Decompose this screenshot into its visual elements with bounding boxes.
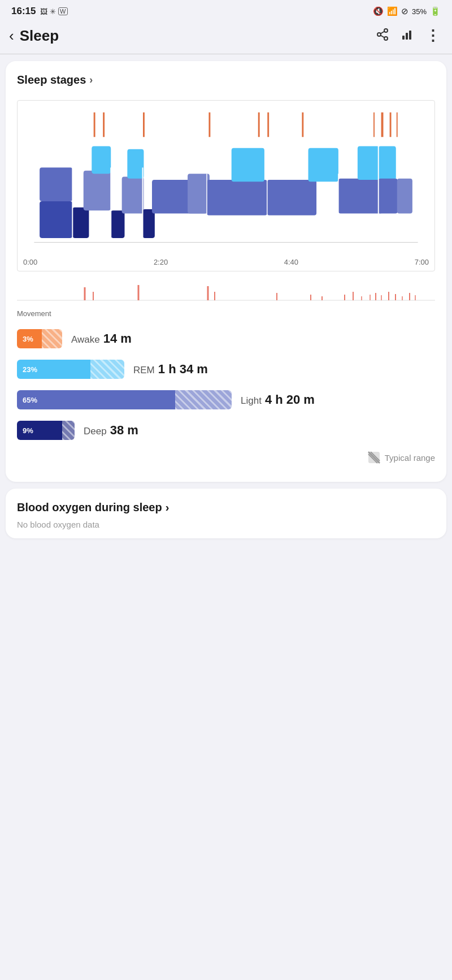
deep-bar: 9% [17, 421, 62, 440]
block-icon: ⊘ [401, 6, 408, 16]
svg-rect-19 [40, 201, 72, 238]
more-button[interactable]: ⋮ [425, 27, 441, 45]
typical-range-text: Typical range [385, 453, 435, 463]
svg-rect-7 [409, 31, 411, 40]
deep-name: Deep [84, 426, 107, 437]
status-right-icons: 🔇 📶 ⊘ 35% 🔋 [373, 6, 441, 16]
svg-rect-6 [406, 33, 408, 40]
light-bar: 65% [17, 390, 175, 409]
status-time: 16:15 [11, 6, 36, 17]
sleep-stages-card: Sleep stages › [6, 61, 446, 482]
page-title: Sleep [20, 27, 59, 45]
typical-range-icon [368, 451, 380, 464]
status-left-icons: 🖼 ✳ W [40, 7, 67, 16]
blood-oxygen-subtitle: No blood oxygen data [17, 520, 435, 529]
share-button[interactable] [376, 28, 389, 45]
light-name: Light [241, 395, 262, 407]
stage-row-light: 65% Light 4 h 20 m [17, 390, 435, 409]
svg-rect-25 [122, 177, 144, 214]
rem-bar-wrap: 23% [17, 360, 124, 379]
chart-time-labels: 0:00 2:20 4:40 7:00 [23, 256, 429, 271]
light-info: Light 4 h 20 m [241, 392, 315, 407]
movement-section: Movement [17, 280, 435, 318]
rem-bar: 23% [17, 360, 90, 379]
blood-oxygen-card: Blood oxygen during sleep › No blood oxy… [6, 489, 446, 538]
svg-rect-38 [397, 179, 412, 214]
blood-oxygen-title[interactable]: Blood oxygen during sleep › [17, 501, 435, 514]
light-bar-wrap: 65% [17, 390, 232, 409]
battery-icon: 🔋 [430, 6, 441, 16]
awake-percent: 3% [23, 335, 33, 343]
wifi-icon: 📶 [387, 6, 398, 16]
battery-text: 35% [412, 7, 427, 16]
svg-rect-26 [127, 149, 144, 179]
svg-rect-5 [402, 36, 405, 40]
rem-info: REM 1 h 34 m [133, 362, 208, 377]
sleep-stages-title[interactable]: Sleep stages › [17, 74, 435, 87]
rem-name: REM [133, 365, 155, 376]
deep-bar-wrap: 9% [17, 421, 75, 440]
chart-label-1: 2:20 [154, 258, 168, 266]
svg-rect-22 [84, 171, 111, 210]
movement-chart [17, 280, 435, 306]
svg-line-3 [381, 35, 385, 37]
chart-label-3: 7:00 [415, 258, 429, 266]
svg-rect-29 [188, 174, 210, 213]
deep-percent: 9% [23, 426, 33, 435]
header-divider [0, 54, 452, 54]
awake-duration: 14 m [103, 331, 132, 346]
svg-rect-31 [232, 148, 264, 182]
chart-button[interactable] [401, 28, 414, 45]
svg-rect-30 [207, 180, 267, 215]
awake-bar-wrap: 3% [17, 329, 62, 348]
sleep-chart-container: 0:00 2:20 4:40 7:00 [17, 100, 435, 271]
chart-label-0: 0:00 [23, 258, 37, 266]
header-right: ⋮ [376, 27, 441, 45]
svg-rect-35 [358, 146, 380, 180]
rem-percent: 23% [23, 365, 37, 374]
svg-rect-34 [338, 179, 383, 214]
svg-rect-24 [111, 210, 124, 238]
svg-rect-36 [379, 146, 396, 180]
svg-rect-27 [143, 209, 155, 238]
awake-info: Awake 14 m [71, 331, 132, 346]
stage-row-awake: 3% Awake 14 m [17, 329, 435, 348]
typical-range-row: Typical range [17, 451, 435, 464]
rem-duration: 1 h 34 m [158, 362, 208, 377]
header-left: ‹ Sleep [9, 27, 59, 45]
awake-bar: 3% [17, 329, 42, 348]
status-bar: 16:15 🖼 ✳ W 🔇 📶 ⊘ 35% 🔋 [0, 0, 452, 20]
deep-info: Deep 38 m [84, 423, 138, 438]
back-button[interactable]: ‹ [9, 27, 14, 45]
movement-label: Movement [17, 309, 435, 318]
svg-rect-37 [379, 179, 398, 214]
light-hatch [175, 390, 232, 409]
svg-rect-21 [72, 208, 89, 238]
svg-rect-33 [308, 148, 338, 182]
stage-row-deep: 9% Deep 38 m [17, 421, 435, 440]
light-duration: 4 h 20 m [265, 392, 315, 407]
sleep-stages-chart [23, 106, 429, 253]
rem-hatch [90, 360, 124, 379]
chart-label-2: 4:40 [284, 258, 298, 266]
svg-rect-20 [40, 167, 72, 201]
light-percent: 65% [23, 396, 37, 404]
awake-name: Awake [71, 334, 100, 346]
deep-hatch [62, 421, 75, 440]
blood-oxygen-arrow: › [166, 501, 169, 514]
app-header: ‹ Sleep ⋮ [0, 20, 452, 54]
awake-hatch [42, 329, 62, 348]
svg-rect-32 [267, 180, 316, 215]
sleep-stages-arrow: › [89, 74, 93, 86]
svg-line-4 [381, 31, 385, 33]
deep-duration: 38 m [110, 423, 138, 438]
stage-row-rem: 23% REM 1 h 34 m [17, 360, 435, 379]
mute-icon: 🔇 [373, 6, 384, 16]
svg-rect-23 [92, 146, 111, 174]
